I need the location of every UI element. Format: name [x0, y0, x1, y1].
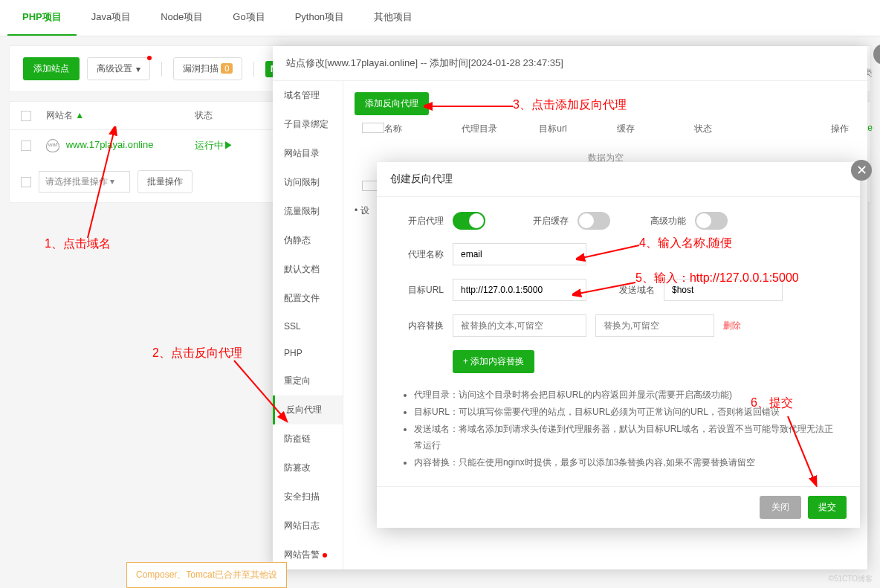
content-replace-label: 内容替换	[399, 320, 444, 332]
adv-func-toggle[interactable]	[695, 212, 728, 230]
sidebar-php[interactable]: PHP	[273, 340, 343, 366]
send-domain-label: 发送域名	[619, 284, 655, 297]
select-all-checkbox[interactable]	[21, 111, 31, 121]
sidebar-log[interactable]: 网站日志	[273, 511, 343, 540]
add-replace-row: + 添加内容替换	[399, 350, 838, 373]
url-row: 目标URL 发送域名	[399, 279, 838, 301]
sidebar-sitedir[interactable]: 网站目录	[273, 139, 343, 168]
tip-item: 目标URL：可以填写你需要代理的站点，目标URL必须为可正常访问的URL，否则将…	[414, 404, 838, 421]
enable-cache-toggle[interactable]	[578, 212, 610, 230]
annotation-2: 2、点击反向代理	[152, 346, 242, 361]
sidebar-subdir[interactable]: 子目录绑定	[273, 110, 343, 139]
proxy-name-input[interactable]	[453, 243, 586, 265]
sidebar-ssl[interactable]: SSL	[273, 313, 343, 340]
footer-checkbox[interactable]	[21, 177, 31, 187]
sidebar-pseudo[interactable]: 伪静态	[273, 226, 343, 255]
divider	[253, 62, 254, 77]
modal2-title: 创建反向代理	[377, 162, 860, 197]
col-name: 名称	[384, 123, 462, 135]
adv-settings-label: 高级设置	[97, 62, 132, 75]
replace-row: 内容替换 删除	[399, 314, 838, 337]
col-name[interactable]: 网站名 ▲	[46, 109, 180, 122]
status-cell[interactable]: 运行中▶	[195, 139, 239, 152]
create-proxy-modal: ✕ 创建反向代理 开启代理 开启缓存 高级功能 代理名称 目标URL 发送域名 …	[377, 162, 860, 528]
close-button[interactable]: 关闭	[760, 496, 801, 519]
replace-from-input[interactable]	[453, 314, 586, 337]
col-cache: 缓存	[617, 123, 694, 135]
config-sidebar: 域名管理 子目录绑定 网站目录 访问限制 流量限制 伪静态 默认文档 配置文件 …	[273, 81, 343, 569]
vuln-scan-button[interactable]: 漏洞扫描 0	[173, 57, 242, 80]
add-site-button[interactable]: 添加站点	[23, 57, 80, 80]
sidebar-domain[interactable]: 域名管理	[273, 81, 343, 110]
replace-to-input[interactable]	[595, 314, 714, 337]
tab-python[interactable]: Python项目	[280, 0, 359, 36]
shield-icon: waf	[46, 139, 59, 152]
tab-java[interactable]: Java项目	[77, 0, 146, 36]
close-icon[interactable]: ✕	[873, 44, 880, 65]
enable-proxy-toggle[interactable]	[453, 212, 485, 230]
tab-other[interactable]: 其他项目	[359, 0, 427, 36]
target-url-input[interactable]	[453, 279, 586, 301]
batch-select[interactable]: 请选择批量操作 ▾	[39, 171, 130, 193]
tip-item: 代理目录：访问这个目录时将会把目标URL的内容返回并显示(需要开启高级功能)	[414, 387, 838, 404]
col-dir: 代理目录	[462, 123, 539, 135]
sidebar-hotlink[interactable]: 防盗链	[273, 424, 343, 453]
notification-dot-icon	[147, 56, 152, 60]
toggle-row: 开启代理 开启缓存 高级功能	[399, 212, 838, 230]
batch-button[interactable]: 批量操作	[138, 170, 192, 193]
tip-item: 发送域名：将域名添加到请求头传递到代理服务器，默认为目标URL域名，若设置不当可…	[414, 421, 838, 455]
footer-notice: Composer、Tomcat已合并至其他设	[126, 562, 287, 588]
vuln-count-badge: 0	[221, 63, 233, 74]
tip-item: 内容替换：只能在使用nginx时提供，最多可以添加3条替换内容,如果不需要替换请…	[414, 454, 838, 471]
enable-proxy-label: 开启代理	[399, 215, 444, 227]
sidebar-default[interactable]: 默认文档	[273, 255, 343, 284]
col-status[interactable]: 状态	[195, 109, 239, 122]
col-url: 目标url	[539, 123, 616, 135]
col-op: 操作	[771, 123, 849, 135]
proxy-name-label: 代理名称	[399, 248, 444, 261]
modal2-footer: 关闭 提交	[377, 486, 860, 528]
add-proxy-button[interactable]: 添加反向代理	[355, 92, 429, 115]
tab-go[interactable]: Go项目	[218, 0, 279, 36]
delete-link[interactable]: 删除	[723, 320, 741, 332]
top-tabs: PHP项目 Java项目 Node项目 Go项目 Python项目 其他项目	[0, 0, 880, 36]
alert-dot-icon	[323, 553, 327, 558]
sidebar-tamper[interactable]: 防篡改	[273, 453, 343, 482]
row-checkbox[interactable]	[21, 140, 31, 151]
chevron-down-icon: ▾	[136, 64, 140, 74]
sidebar-traffic[interactable]: 流量限制	[273, 197, 343, 226]
proxy-table-header: 名称 代理目录 目标url 缓存 状态 操作	[355, 115, 856, 143]
col-status: 状态	[694, 123, 771, 135]
sidebar-access[interactable]: 访问限制	[273, 168, 343, 197]
site-link[interactable]: www.17playai.online	[66, 139, 154, 150]
tab-node[interactable]: Node项目	[146, 0, 218, 36]
name-row: 代理名称	[399, 243, 838, 265]
close-icon[interactable]: ✕	[851, 160, 872, 181]
vuln-scan-label: 漏洞扫描	[183, 63, 219, 74]
tab-php[interactable]: PHP项目	[7, 0, 77, 36]
submit-button[interactable]: 提交	[808, 496, 847, 519]
sidebar-scan[interactable]: 安全扫描	[273, 482, 343, 511]
proxy-select-all[interactable]	[362, 123, 384, 133]
divider	[161, 62, 162, 77]
send-domain-input[interactable]	[664, 279, 783, 301]
adv-func-label: 高级功能	[650, 215, 686, 227]
enable-cache-label: 开启缓存	[533, 215, 569, 227]
annotation-1: 1、点击域名	[45, 236, 111, 252]
adv-settings-button[interactable]: 高级设置 ▾	[87, 57, 150, 80]
tips-list: 代理目录：访问这个目录时将会把目标URL的内容返回并显示(需要开启高级功能) 目…	[399, 387, 838, 471]
site-cell: waf www.17playai.online	[46, 139, 180, 152]
add-replace-button[interactable]: + 添加内容替换	[453, 350, 534, 373]
sidebar-config[interactable]: 配置文件	[273, 284, 343, 313]
sidebar-reverse-proxy[interactable]: 反向代理	[273, 395, 343, 424]
target-url-label: 目标URL	[399, 284, 444, 297]
sidebar-redirect[interactable]: 重定向	[273, 366, 343, 395]
watermark: ©51CTO博客	[829, 574, 873, 584]
modal-title: 站点修改[www.17playai.online] -- 添加时间[2024-0…	[273, 46, 867, 81]
